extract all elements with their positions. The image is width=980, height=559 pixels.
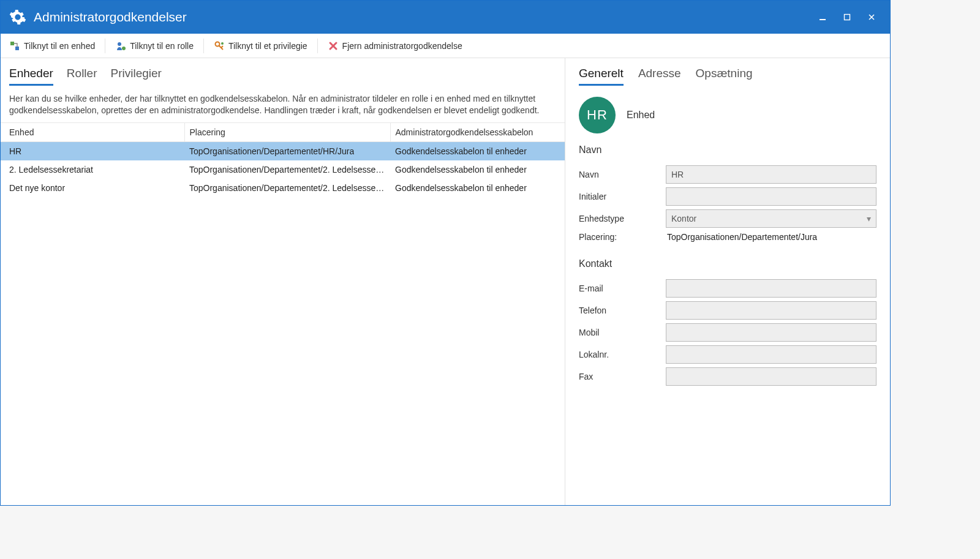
- tab-opsaetning[interactable]: Opsætning: [696, 67, 753, 86]
- svg-rect-2: [10, 42, 14, 45]
- left-description: Her kan du se hvilke enheder, der har ti…: [1, 86, 565, 122]
- title-bar: Administratorgodkendelser: [1, 1, 890, 34]
- tab-adresse[interactable]: Adresse: [638, 67, 681, 86]
- tab-roller[interactable]: Roller: [67, 67, 97, 86]
- cell-enhed: HR: [1, 141, 184, 160]
- svg-rect-0: [820, 19, 826, 20]
- cell-placering: TopOrganisationen/Departementet/2. Ledel…: [184, 160, 390, 179]
- right-pane: Generelt Adresse Opsætning HR Enhed Navn…: [565, 58, 890, 505]
- link-role-icon: [115, 40, 126, 51]
- cell-enhed: Det nye kontor: [1, 179, 184, 197]
- toolbar-attach-unit[interactable]: Tilknyt til en enhed: [3, 37, 101, 55]
- label-placering: Placering:: [574, 232, 666, 242]
- input-navn[interactable]: [666, 165, 876, 184]
- toolbar-label: Tilknyt til en enhed: [24, 41, 95, 51]
- form-kontakt: E-mail Telefon Mobil Lokalnr. Fax: [565, 273, 890, 396]
- units-table: Enhed Placering Administratorgodkendelse…: [1, 122, 565, 197]
- col-header-placering[interactable]: Placering: [184, 122, 390, 141]
- toolbar-remove[interactable]: Fjern administratorgodkendelse: [322, 37, 469, 55]
- avatar: HR: [579, 97, 616, 133]
- col-header-enhed[interactable]: Enhed: [1, 122, 184, 141]
- cell-skabelon: Godkendelsesskabelon til enheder: [390, 141, 565, 160]
- label-email: E-mail: [574, 283, 666, 293]
- left-pane: Enheder Roller Privilegier Her kan du se…: [1, 58, 565, 505]
- table-row[interactable]: 2. LedelsessekretariatTopOrganisationen/…: [1, 160, 565, 179]
- window-title: Administratorgodkendelser: [34, 10, 187, 24]
- svg-point-7: [221, 42, 224, 45]
- table-row[interactable]: HRTopOrganisationen/Departementet/HR/Jur…: [1, 141, 565, 160]
- toolbar-label: Fjern administratorgodkendelse: [342, 41, 462, 51]
- label-navn: Navn: [574, 170, 666, 179]
- cell-skabelon: Godkendelsesskabelon til enheder: [390, 179, 565, 197]
- label-fax: Fax: [574, 372, 666, 381]
- select-enhedstype[interactable]: Kontor ▾: [666, 209, 876, 228]
- input-email[interactable]: [666, 279, 876, 298]
- close-button[interactable]: [859, 1, 884, 34]
- input-telefon[interactable]: [666, 301, 876, 320]
- detail-header-label: Enhed: [627, 110, 655, 121]
- section-kontakt: Kontakt: [565, 252, 890, 273]
- section-navn: Navn: [565, 138, 890, 159]
- tab-generelt[interactable]: Generelt: [579, 67, 624, 86]
- cell-enhed: 2. Ledelsessekretariat: [1, 160, 184, 179]
- body: Enheder Roller Privilegier Her kan du se…: [1, 58, 890, 505]
- input-initialer[interactable]: [666, 187, 876, 206]
- toolbar-label: Tilknyt til en rolle: [130, 41, 194, 51]
- maximize-button[interactable]: [835, 1, 859, 34]
- value-placering: TopOrganisationen/Departementet/Jura: [666, 232, 817, 242]
- label-initialer: Initialer: [574, 192, 666, 201]
- toolbar-separator: [105, 39, 105, 53]
- app-gear-icon: [9, 9, 26, 26]
- remove-icon: [328, 40, 339, 51]
- svg-point-5: [122, 47, 126, 50]
- left-tabs: Enheder Roller Privilegier: [1, 58, 565, 86]
- cell-placering: TopOrganisationen/Departementet/HR/Jura: [184, 141, 390, 160]
- col-header-skabelon[interactable]: Administratorgodkendelsesskabelon: [390, 122, 565, 141]
- table-row[interactable]: Det nye kontorTopOrganisationen/Departem…: [1, 179, 565, 197]
- toolbar-separator: [203, 39, 204, 53]
- form-navn: Navn Initialer Enhedstype Kontor ▾: [565, 159, 890, 252]
- toolbar-attach-role[interactable]: Tilknyt til en rolle: [109, 37, 200, 55]
- link-unit-icon: [9, 40, 20, 51]
- toolbar-attach-privilege[interactable]: Tilknyt til et privilegie: [208, 37, 314, 55]
- toolbar: Tilknyt til en enhed Tilknyt til en roll…: [1, 34, 890, 58]
- toolbar-separator: [317, 39, 318, 53]
- tab-privilegier[interactable]: Privilegier: [110, 67, 161, 86]
- detail-header: HR Enhed: [565, 86, 890, 138]
- minimize-button[interactable]: [810, 1, 835, 34]
- right-tabs: Generelt Adresse Opsætning: [565, 58, 890, 86]
- input-lokalnr[interactable]: [666, 345, 876, 364]
- app-window: Administratorgodkendelser Tilknyt til en…: [0, 0, 891, 506]
- input-fax[interactable]: [666, 367, 876, 386]
- tab-enheder[interactable]: Enheder: [9, 67, 53, 86]
- label-mobil: Mobil: [574, 328, 666, 337]
- label-telefon: Telefon: [574, 306, 666, 315]
- svg-rect-1: [845, 15, 850, 20]
- svg-point-4: [118, 42, 121, 46]
- toolbar-label: Tilknyt til et privilegie: [228, 41, 307, 51]
- select-enhedstype-value: Kontor: [671, 214, 696, 223]
- cell-placering: TopOrganisationen/Departementet/2. Ledel…: [184, 179, 390, 197]
- link-privilege-icon: [214, 40, 225, 51]
- input-mobil[interactable]: [666, 323, 876, 342]
- label-lokalnr: Lokalnr.: [574, 350, 666, 359]
- table-header-row: Enhed Placering Administratorgodkendelse…: [1, 122, 565, 141]
- chevron-down-icon: ▾: [867, 214, 871, 223]
- svg-rect-3: [15, 47, 19, 50]
- label-enhedstype: Enhedstype: [574, 214, 666, 223]
- cell-skabelon: Godkendelsesskabelon til enheder: [390, 160, 565, 179]
